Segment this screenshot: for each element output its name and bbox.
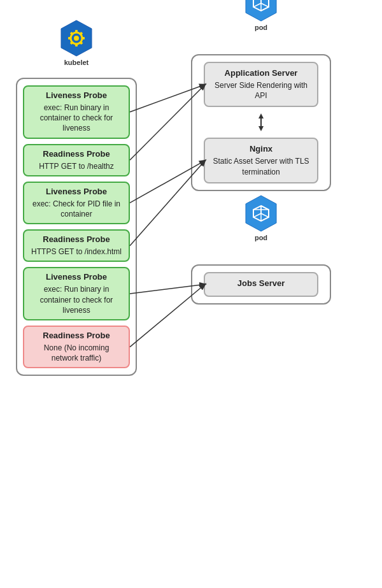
liveness-probe-2-body: exec: Check for PID file in container <box>29 199 124 219</box>
liveness-probe-1-body: exec: Run binary in container to check f… <box>29 103 124 134</box>
kubelet-icon <box>57 19 96 57</box>
svg-marker-18 <box>258 113 264 118</box>
kubelet-label: kubelet <box>64 59 89 66</box>
liveness-probe-1-title: Liveness Probe <box>29 90 124 100</box>
pod1-outer-box: Application Server Server Side Rendering… <box>191 54 331 191</box>
svg-rect-6 <box>81 37 85 39</box>
nginx-server-box: Nginx Static Asset Server with TLS termi… <box>204 138 318 183</box>
liveness-probe-1: Liveness Probe exec: Run binary in conta… <box>23 85 130 139</box>
liveness-probe-2-title: Liveness Probe <box>29 187 124 196</box>
kubelet-icon-area: kubelet <box>57 19 96 66</box>
pod1-section: pod Application Server Server Side Rende… <box>185 19 337 191</box>
jobs-server-title: Jobs Server <box>211 278 311 288</box>
svg-marker-20 <box>258 126 264 131</box>
readiness-probe-1-body: HTTP GET to /healthz <box>29 161 124 171</box>
app-server-box: Application Server Server Side Rendering… <box>204 62 318 107</box>
svg-rect-3 <box>75 30 78 33</box>
svg-rect-19 <box>260 118 262 126</box>
left-outer-box: Liveness Probe exec: Run binary in conta… <box>16 78 137 376</box>
pod2-icon <box>242 194 280 233</box>
pod2-section: pod Jobs Server <box>185 229 337 305</box>
liveness-probe-3-body: exec: Run binary in container to check f… <box>29 284 124 315</box>
app-server-body: Server Side Rendering with API <box>211 80 311 101</box>
left-column: kubelet Liveness Probe exec: Run binary … <box>6 13 146 575</box>
readiness-probe-3: Readiness Probe None (No incoming networ… <box>23 326 130 368</box>
pod2-icon-area: pod <box>242 194 280 241</box>
pod1-label: pod <box>255 24 267 31</box>
readiness-probe-2-body: HTTPS GET to /index.html <box>29 247 124 257</box>
readiness-probe-2-title: Readiness Probe <box>29 234 124 244</box>
svg-rect-4 <box>75 43 78 47</box>
liveness-probe-2: Liveness Probe exec: Check for PID file … <box>23 182 130 224</box>
liveness-probe-3-title: Liveness Probe <box>29 272 124 282</box>
readiness-probe-3-body: None (No incoming network traffic) <box>29 343 124 363</box>
jobs-server-box: Jobs Server <box>204 272 318 297</box>
pod2-outer-box: Jobs Server <box>191 264 331 305</box>
readiness-probe-1: Readiness Probe HTTP GET to /healthz <box>23 144 130 176</box>
pod1-icon-area: pod <box>242 0 280 31</box>
pod2-label: pod <box>255 234 267 241</box>
readiness-probe-3-title: Readiness Probe <box>29 331 124 340</box>
readiness-probe-1-title: Readiness Probe <box>29 149 124 159</box>
diagram: kubelet Liveness Probe exec: Run binary … <box>0 0 382 588</box>
nginx-server-body: Static Asset Server with TLS termination <box>211 156 311 176</box>
svg-point-2 <box>74 36 79 41</box>
nginx-server-title: Nginx <box>211 144 311 154</box>
double-arrow <box>255 113 267 131</box>
pod1-icon <box>242 0 280 22</box>
svg-rect-5 <box>68 37 71 39</box>
readiness-probe-2: Readiness Probe HTTPS GET to /index.html <box>23 229 130 262</box>
app-server-title: Application Server <box>211 68 311 78</box>
right-col-sections: pod Application Server Server Side Rende… <box>185 19 337 305</box>
liveness-probe-3: Liveness Probe exec: Run binary in conta… <box>23 267 130 320</box>
right-column: pod Application Server Server Side Rende… <box>146 13 376 575</box>
